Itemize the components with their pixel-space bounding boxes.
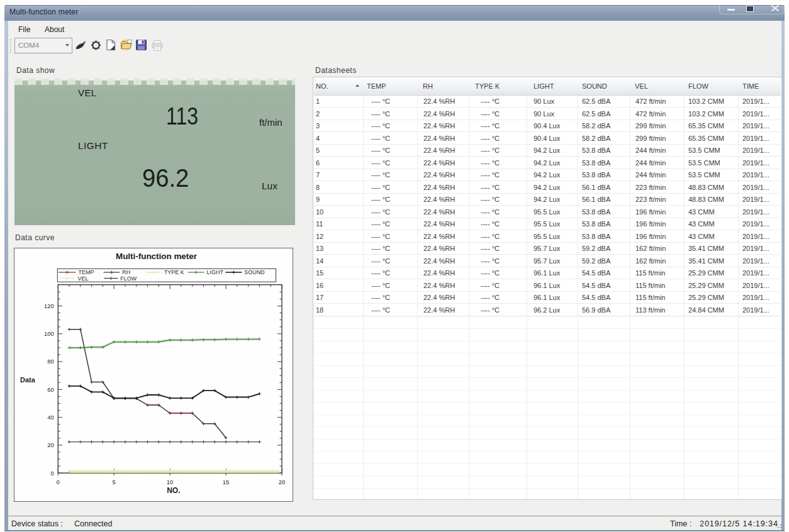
svg-text:5: 5 (113, 479, 116, 485)
svg-text:20: 20 (47, 441, 54, 448)
svg-text:NO.: NO. (167, 486, 180, 495)
svg-text:40: 40 (47, 414, 54, 421)
svg-text:FLOW: FLOW (120, 275, 137, 282)
svg-text:60: 60 (47, 386, 54, 393)
svg-text:20: 20 (279, 479, 286, 485)
svg-text:LIGHT: LIGHT (207, 269, 224, 275)
svg-text:120: 120 (44, 302, 54, 309)
svg-text:0: 0 (57, 479, 60, 485)
svg-text:TYPE K: TYPE K (164, 269, 184, 275)
svg-text:0: 0 (51, 470, 54, 477)
svg-text:80: 80 (47, 358, 54, 365)
svg-text:Data: Data (20, 376, 36, 384)
svg-text:Multi-function meter: Multi-function meter (116, 252, 198, 261)
svg-text:SOUND: SOUND (244, 269, 265, 275)
svg-text:RH: RH (122, 269, 130, 275)
svg-text:10: 10 (167, 479, 174, 485)
svg-text:15: 15 (223, 479, 230, 485)
svg-text:100: 100 (44, 330, 54, 337)
svg-text:TEMP: TEMP (79, 269, 94, 275)
svg-text:VEL: VEL (78, 275, 89, 282)
